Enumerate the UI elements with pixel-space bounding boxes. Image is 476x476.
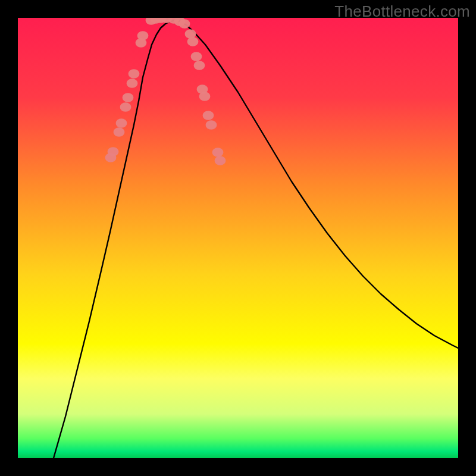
highlight-dot <box>215 156 226 165</box>
highlight-dot <box>123 93 134 102</box>
highlight-dot <box>108 147 119 156</box>
highlight-dot <box>194 61 205 70</box>
highlight-dot <box>114 127 125 136</box>
highlight-dot <box>199 92 211 101</box>
highlight-dot <box>179 19 190 28</box>
highlight-dot <box>137 31 149 40</box>
highlight-dot <box>212 148 224 156</box>
highlight-dot <box>185 29 196 38</box>
chart-stage: TheBottleneck.com <box>0 0 476 476</box>
watermark-text: TheBottleneck.com <box>334 2 470 21</box>
highlight-dot <box>120 102 131 111</box>
markers-layer <box>18 18 458 458</box>
highlight-dot <box>187 37 199 46</box>
highlight-dot <box>127 79 138 87</box>
highlight-dot <box>129 69 140 78</box>
chart-plot-area <box>18 18 458 458</box>
highlight-dot <box>203 111 214 120</box>
highlight-dots-group <box>105 18 226 165</box>
highlight-dot <box>191 52 202 61</box>
highlight-dot <box>206 120 217 129</box>
highlight-dot <box>116 118 127 127</box>
